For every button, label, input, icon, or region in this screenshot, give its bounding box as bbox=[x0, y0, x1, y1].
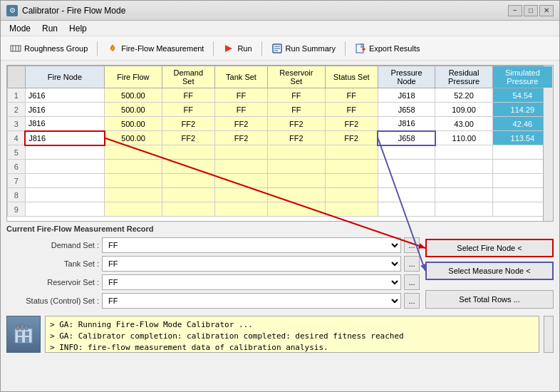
title-controls: − □ ✕ bbox=[508, 5, 554, 16]
fire-node-cell[interactable]: J816 bbox=[25, 131, 104, 145]
table-row[interactable]: 4J816500.00FF2FF2FF2FF2J658110.00113.54 bbox=[8, 131, 553, 145]
menu-bar: Mode Run Help bbox=[1, 21, 559, 36]
separator4 bbox=[345, 41, 346, 56]
pressure-node-cell bbox=[378, 188, 435, 202]
run-summary-button[interactable]: Run Summary bbox=[265, 39, 342, 58]
roughness-icon bbox=[10, 43, 21, 54]
roughness-group-button[interactable]: Roughness Group bbox=[4, 39, 94, 58]
fire-flow-cell: 500.00 bbox=[105, 117, 162, 131]
svg-rect-12 bbox=[25, 331, 29, 336]
run-icon bbox=[223, 43, 234, 54]
table-scroll[interactable]: Fire Node Fire Flow DemandSet Tank Set R… bbox=[7, 66, 553, 221]
demand-set-wrapper: FF bbox=[102, 237, 401, 253]
menu-run[interactable]: Run bbox=[36, 22, 63, 35]
status-set-select[interactable]: FF bbox=[102, 293, 401, 309]
roughness-group-label: Roughness Group bbox=[24, 44, 88, 53]
reservoir-set-cell bbox=[268, 145, 325, 160]
fire-node-cell[interactable]: J616 bbox=[25, 103, 104, 117]
table-row[interactable]: 7 bbox=[8, 174, 553, 188]
tank-set-cell bbox=[214, 188, 267, 202]
reservoir-set-cell bbox=[268, 174, 325, 188]
col-header-firenode: Fire Node bbox=[25, 66, 104, 88]
col-header-reservoirset: ReservoirSet bbox=[268, 66, 325, 88]
tank-set-cell bbox=[214, 174, 267, 188]
fire-flow-table: Fire Node Fire Flow DemandSet Tank Set R… bbox=[7, 66, 553, 217]
table-row[interactable]: 2J616500.00FFFFFFFFJ658109.00114.29 bbox=[8, 103, 553, 117]
fire-node-cell[interactable] bbox=[25, 202, 104, 217]
demand-set-select[interactable]: FF bbox=[102, 237, 401, 253]
pressure-node-cell bbox=[378, 202, 435, 217]
table-row[interactable]: 1J616500.00FFFFFFFFJ61852.2054.54 bbox=[8, 88, 553, 103]
status-set-cell: FF bbox=[325, 103, 378, 117]
reservoir-set-ellipsis[interactable]: ... bbox=[404, 274, 420, 290]
maximize-button[interactable]: □ bbox=[524, 5, 538, 16]
table-scrollbar[interactable] bbox=[543, 66, 553, 221]
log-scrollbar[interactable] bbox=[544, 316, 554, 353]
fire-flow-cell bbox=[105, 160, 162, 174]
fire-flow-cell: 500.00 bbox=[105, 103, 162, 117]
table-row[interactable]: 3J816500.00FF2FF2FF2FF2J81643.0042.46 bbox=[8, 117, 553, 131]
row-num-cell: 5 bbox=[8, 145, 26, 160]
demand-set-cell: FF bbox=[162, 103, 214, 117]
tank-set-cell bbox=[214, 145, 267, 160]
fire-flow-cell: 500.00 bbox=[105, 131, 162, 145]
status-set-cell bbox=[325, 160, 378, 174]
residual-pressure-cell: 52.20 bbox=[435, 88, 492, 103]
demand-set-row: Demand Set : FF ... bbox=[6, 237, 420, 253]
reservoir-set-cell: FF bbox=[268, 88, 325, 103]
fire-node-cell[interactable] bbox=[25, 188, 104, 202]
tank-set-ellipsis[interactable]: ... bbox=[404, 256, 420, 272]
set-total-rows-button[interactable]: Set Total Rows ... bbox=[425, 290, 554, 309]
demand-set-cell bbox=[162, 174, 214, 188]
fire-node-cell[interactable] bbox=[25, 174, 104, 188]
col-header-simulatedpressure: SimulatedPressure bbox=[492, 66, 552, 88]
fire-flow-cell bbox=[105, 174, 162, 188]
tank-set-select[interactable]: FF bbox=[102, 256, 401, 272]
table-row[interactable]: 6 bbox=[8, 160, 553, 174]
reservoir-set-cell bbox=[268, 188, 325, 202]
fire-node-cell[interactable]: J816 bbox=[25, 117, 104, 131]
residual-pressure-cell bbox=[435, 202, 492, 217]
menu-mode[interactable]: Mode bbox=[4, 22, 36, 35]
fire-flow-cell bbox=[105, 145, 162, 160]
status-set-ellipsis[interactable]: ... bbox=[404, 293, 420, 309]
table-row[interactable]: 9 bbox=[8, 202, 553, 217]
menu-help[interactable]: Help bbox=[63, 22, 93, 35]
form-area: Current Fire-Flow Measurement Record Dem… bbox=[6, 225, 554, 311]
residual-pressure-cell bbox=[435, 160, 492, 174]
row-num-cell: 4 bbox=[8, 131, 26, 145]
window-title: Calibrator - Fire Flow Mode bbox=[22, 6, 125, 16]
residual-pressure-cell bbox=[435, 174, 492, 188]
status-set-cell: FF2 bbox=[325, 117, 378, 131]
close-button[interactable]: ✕ bbox=[539, 5, 554, 16]
fire-node-cell[interactable]: J616 bbox=[25, 88, 104, 103]
fire-flow-measurement-button[interactable]: Fire-Flow Measurement bbox=[100, 39, 210, 58]
fire-flow-cell bbox=[105, 188, 162, 202]
table-row[interactable]: 8 bbox=[8, 188, 553, 202]
select-fire-node-button[interactable]: Select Fire Node < bbox=[425, 239, 554, 257]
demand-set-cell: FF2 bbox=[162, 131, 214, 145]
export-results-button[interactable]: Export Results bbox=[348, 39, 427, 58]
reservoir-set-label: Reservoir Set : bbox=[6, 278, 99, 287]
reservoir-set-cell bbox=[268, 160, 325, 174]
residual-pressure-cell: 109.00 bbox=[435, 103, 492, 117]
tank-set-cell: FF2 bbox=[214, 117, 267, 131]
tank-set-cell bbox=[214, 160, 267, 174]
title-bar-left: ⚙ Calibrator - Fire Flow Mode bbox=[6, 5, 125, 16]
reservoir-set-select[interactable]: FF bbox=[102, 274, 401, 290]
run-button[interactable]: Run bbox=[217, 39, 258, 58]
status-set-cell bbox=[325, 202, 378, 217]
residual-pressure-cell bbox=[435, 145, 492, 160]
table-row[interactable]: 5 bbox=[8, 145, 553, 160]
reservoir-set-wrapper: FF bbox=[102, 274, 401, 290]
demand-set-ellipsis[interactable]: ... bbox=[404, 237, 420, 253]
select-measure-node-button[interactable]: Select Measure Node < bbox=[425, 262, 554, 280]
form-right: Select Fire Node < Select Measure Node <… bbox=[425, 225, 554, 311]
minimize-button[interactable]: − bbox=[508, 5, 522, 16]
fire-node-cell[interactable] bbox=[25, 160, 104, 174]
col-header-statusset: Status Set bbox=[325, 66, 378, 88]
summary-icon bbox=[271, 43, 283, 54]
pressure-node-cell: J816 bbox=[378, 117, 435, 131]
fire-node-cell[interactable] bbox=[25, 145, 104, 160]
demand-set-cell bbox=[162, 145, 214, 160]
